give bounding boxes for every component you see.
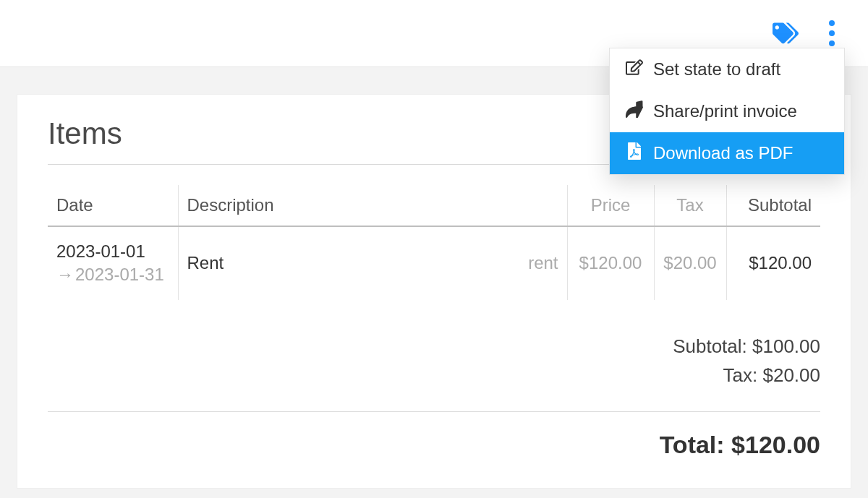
edit-icon [626, 59, 643, 80]
cell-date: 2023-01-01 →2023-01-31 [48, 226, 178, 300]
table-header-row: Date Description Price Tax Subtotal [48, 185, 820, 226]
cell-tax: $20.00 [654, 226, 726, 300]
date-to: 2023-01-31 [75, 265, 164, 284]
actions-menu: Set state to draft Share/print invoice D… [609, 48, 845, 175]
cell-description: Rent [178, 226, 502, 300]
col-header-price: Price [567, 185, 654, 226]
col-header-tax: Tax [654, 185, 726, 226]
cell-price: $120.00 [567, 226, 654, 300]
cell-tag: rent [502, 226, 567, 300]
pdf-file-icon [626, 142, 643, 164]
menu-item-label: Set state to draft [653, 59, 780, 80]
menu-item-label: Share/print invoice [653, 101, 797, 121]
col-header-date: Date [48, 185, 178, 226]
summary-tax: Tax: $20.00 [48, 361, 820, 390]
col-header-subtotal: Subtotal [726, 185, 820, 226]
col-header-description: Description [178, 185, 502, 226]
menu-item-share-print[interactable]: Share/print invoice [610, 90, 844, 132]
arrow-right-icon: → [56, 265, 74, 284]
cell-subtotal: $120.00 [726, 226, 820, 300]
menu-item-set-draft[interactable]: Set state to draft [610, 48, 844, 90]
more-menu-button[interactable] [825, 16, 839, 51]
table-row: 2023-01-01 →2023-01-31 Rent rent $120.00… [48, 226, 820, 300]
summary-block: Subtotal: $100.00 Tax: $20.00 [48, 332, 820, 390]
menu-item-download-pdf[interactable]: Download as PDF [610, 132, 844, 174]
col-header-tag [502, 185, 567, 226]
menu-item-label: Download as PDF [653, 143, 793, 163]
items-table: Date Description Price Tax Subtotal 2023… [48, 185, 820, 300]
date-from: 2023-01-01 [56, 240, 169, 263]
summary-subtotal: Subtotal: $100.00 [48, 332, 820, 361]
share-icon [626, 100, 643, 122]
summary-divider [48, 411, 820, 412]
tags-icon[interactable] [773, 20, 799, 46]
summary-total: Total: $120.00 [48, 431, 820, 459]
